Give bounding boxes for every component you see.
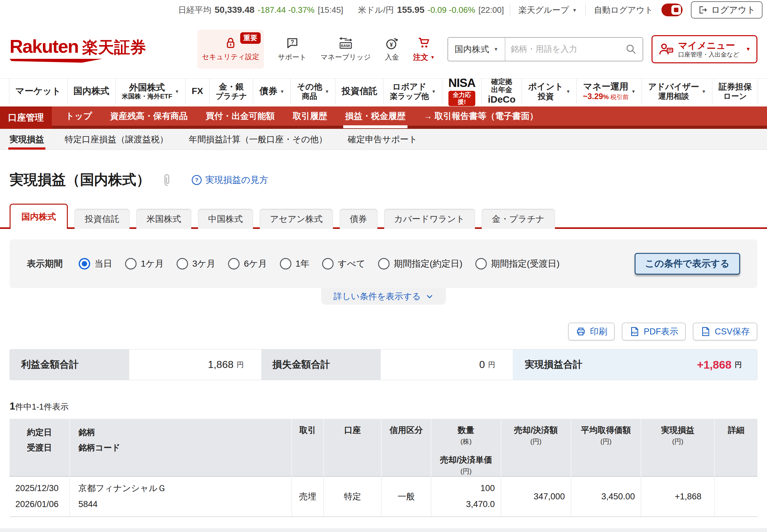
subtab-specific-account-pl[interactable]: 特定口座損益（譲渡益税） [65, 129, 168, 150]
chevron-down-icon: ▼ [280, 89, 284, 94]
subtab-annual-pl[interactable]: 年間損益計算（一般口座・その他） [189, 129, 327, 150]
search-icon[interactable] [620, 43, 643, 55]
help-link[interactable]: ? 実現損益の見方 [191, 174, 268, 186]
chevron-down-icon: ▼ [746, 46, 751, 52]
nav-item-point-investing[interactable]: ポイント投資▼ [522, 79, 576, 104]
print-button[interactable]: 印刷 [568, 323, 615, 340]
chevron-down-icon: ▼ [175, 89, 179, 94]
money-bridge-button[interactable]: BANK マネーブリッジ [320, 36, 371, 62]
cell-account: 特定 [324, 476, 381, 517]
svg-text:csv: csv [703, 331, 708, 334]
csv-save-button[interactable]: csv CSV保存 [693, 323, 757, 340]
person-card-icon [658, 42, 674, 57]
page-title: 実現損益（国内株式） [10, 170, 150, 189]
radio-icon [378, 258, 390, 270]
nav-item-bonds[interactable]: 債券▼ [253, 79, 290, 104]
nav-item-available-funds[interactable]: 買付・出金可能額 [206, 106, 275, 126]
logout-label: ログアウト [711, 4, 755, 16]
radio-all[interactable]: すべて [322, 258, 365, 270]
lock-icon [224, 37, 237, 50]
radio-icon [475, 258, 487, 270]
nav-item-asset-balance[interactable]: 資産残高・保有商品 [110, 106, 188, 126]
apply-filter-button[interactable]: この条件で表示する [635, 253, 740, 275]
nav-item-other-products[interactable]: その他商品▼ [290, 79, 335, 104]
radio-1year[interactable]: 1年 [280, 258, 309, 270]
radio-icon [125, 258, 137, 270]
svg-text:PDF: PDF [632, 331, 638, 334]
tab-domestic-stocks[interactable]: 国内株式 [10, 204, 68, 229]
tab-asean-stocks[interactable]: アセアン株式 [260, 209, 333, 229]
nav-item-money-management[interactable]: マネー運用~3.29% 税引前▼ [576, 79, 642, 104]
chevron-down-icon: ▼ [702, 89, 706, 94]
period-filter-label: 表示期間 [27, 258, 63, 270]
rakuten-logo[interactable]: Rakuten 楽天証券 [10, 35, 146, 63]
nav-item-account-management[interactable]: 口座管理 [0, 106, 52, 129]
nav-item-trade-reports[interactable]: → 取引報告書等（電子書面） [424, 106, 538, 126]
chevron-down-icon: ▼ [494, 47, 498, 51]
nav-item-advisor[interactable]: アドバイザー運用相談▼ [642, 79, 712, 104]
pdf-file-icon: PDF [630, 326, 640, 337]
nav-item-pl-tax-history[interactable]: 損益・税金履歴 [345, 106, 406, 126]
col-avg-price: 平均取得価額(円) [571, 419, 641, 476]
show-more-conditions-link[interactable]: 詳しい条件を表示する [321, 288, 446, 305]
radio-3months[interactable]: 3ケ月 [176, 258, 215, 270]
important-badge: 重要 [240, 32, 261, 44]
nav-item-securities-loan[interactable]: 証券担保ローン [712, 79, 758, 104]
radio-range-trade-date[interactable]: 期間指定(約定日) [378, 258, 463, 270]
realized-pl-total-value: +1,868円 [697, 358, 742, 371]
paperclip-icon [160, 173, 175, 187]
yen-coin-icon: ¥ [385, 36, 399, 50]
auto-logout-toggle[interactable] [661, 4, 683, 16]
support-button[interactable]: ? サポート [278, 36, 307, 62]
tab-bonds[interactable]: 債券 [340, 209, 377, 229]
nav-item-trade-history[interactable]: 取引履歴 [293, 106, 327, 126]
main-nav: マーケット 国内株式 外国株式米国株・海外ETF▼ FX 金・銀プラチナ 債券▼… [0, 78, 767, 104]
tab-us-stocks[interactable]: 米国株式 [136, 209, 191, 229]
tab-covered-warrants[interactable]: カバードワラント [384, 209, 475, 229]
nav-item-ideco[interactable]: 確定拠出年金iDeCo [481, 79, 522, 104]
pdf-view-button[interactable]: PDF PDF表示 [622, 323, 686, 340]
tab-mutual-funds[interactable]: 投資信託 [74, 209, 129, 229]
radio-range-settle-date[interactable]: 期間指定(受渡日) [475, 258, 560, 270]
nav-item-fx[interactable]: FX [185, 79, 209, 104]
print-label: 印刷 [590, 326, 607, 337]
search-input[interactable] [505, 44, 620, 54]
cell-margin-type: 一般 [381, 476, 431, 517]
col-sale-amount: 売却/決済額(円) [501, 419, 571, 476]
deposit-label: 入金 [385, 52, 399, 62]
nikkei-time: [15:45] [317, 5, 343, 15]
order-button[interactable]: 注文▼ [413, 36, 435, 62]
order-label: 注文 [413, 52, 428, 62]
nav-item-domestic-stocks[interactable]: 国内株式 [67, 79, 115, 104]
rakuten-group-dropdown[interactable]: 楽天グループ ▼ [519, 4, 577, 16]
col-trade: 取引 [292, 419, 324, 476]
col-realized-pl: 実現損益(円) [641, 419, 715, 476]
nav-item-market[interactable]: マーケット [9, 79, 67, 104]
col-symbol: 銘柄銘柄コード [70, 419, 292, 476]
radio-6months[interactable]: 6ケ月 [228, 258, 267, 270]
help-link-label: 実現損益の見方 [205, 174, 268, 186]
subtab-tax-filing-support[interactable]: 確定申告サポート [348, 129, 418, 150]
nav-item-top[interactable]: トップ [66, 106, 92, 126]
symbol-search-box: 国内株式 ▼ [448, 37, 643, 61]
security-settings-label: セキュリティ設定 [202, 52, 259, 62]
radio-today[interactable]: 当日 [79, 258, 112, 270]
divider [510, 4, 510, 15]
nikkei-quote: 日経平均 50,339.48 -187.44 -0.37% [15:45] [178, 4, 343, 16]
radio-1month[interactable]: 1ケ月 [125, 258, 164, 270]
nav-item-mutual-funds[interactable]: 投資信託 [335, 79, 384, 104]
tab-gold-platinum[interactable]: 金・プラチナ [482, 209, 555, 229]
nav-item-roboadvisor[interactable]: ロボアド楽ラップ他▼ [384, 79, 442, 104]
search-category-select[interactable]: 国内株式 ▼ [448, 38, 505, 61]
profit-total-label: 利益金額合計 [10, 349, 129, 380]
subtab-realized-pl[interactable]: 実現損益 [10, 129, 44, 150]
nav-item-foreign-stocks[interactable]: 外国株式米国株・海外ETF▼ [115, 79, 185, 104]
deposit-button[interactable]: ¥ 入金 [385, 36, 399, 62]
support-label: サポート [278, 52, 307, 62]
security-settings-button[interactable]: 重要 セキュリティ設定 [197, 30, 264, 69]
logout-button[interactable]: ログアウト [691, 1, 763, 19]
my-menu-button[interactable]: マイメニュー 口座管理・入出金など ▼ [652, 35, 757, 63]
nav-item-nisa[interactable]: NISA全力応援! [442, 79, 481, 104]
tab-china-stocks[interactable]: 中国株式 [198, 209, 253, 229]
nav-item-gold-platinum[interactable]: 金・銀プラチナ [209, 79, 253, 104]
